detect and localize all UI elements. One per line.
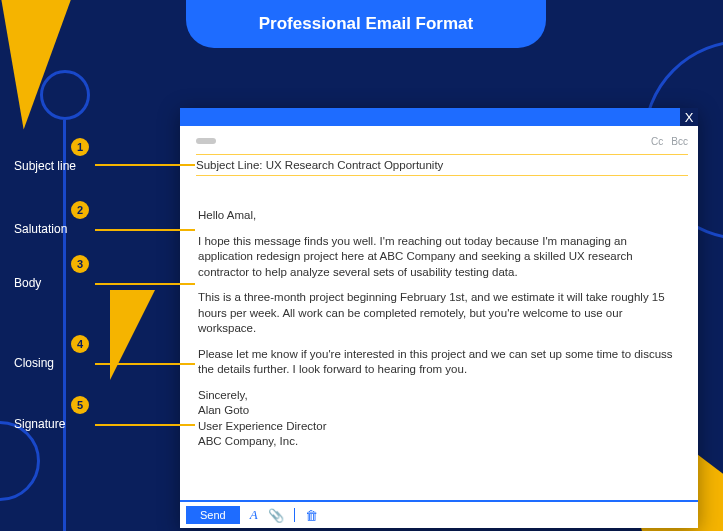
annotation-connector [95,229,195,231]
page-title: Professional Email Format [259,14,473,34]
cc-link[interactable]: Cc [651,136,663,147]
decoration-line [63,120,66,531]
email-titlebar: X [180,108,698,126]
annotation-number-badge: 1 [71,138,89,156]
annotation-item: 1Subject line [14,138,164,171]
annotation-connector [95,164,195,166]
signature-title: User Experience Director [198,419,680,435]
send-button[interactable]: Send [186,506,240,524]
decoration-ring [40,70,90,120]
to-field-chip[interactable] [196,138,216,144]
close-icon: X [685,110,694,125]
body-paragraph: This is a three-month project beginning … [198,290,680,337]
toolbar-separator [294,508,295,522]
close-button[interactable]: X [680,108,698,126]
body-paragraph: I hope this message finds you well. I'm … [198,234,680,281]
email-toolbar: Send A 📎 🗑 [180,500,698,528]
annotation-connector [95,424,195,426]
page-title-pill: Professional Email Format [186,0,546,48]
signature-company: ABC Company, Inc. [198,434,680,450]
annotation-connector [95,363,195,365]
annotation-number-badge: 3 [71,255,89,273]
annotation-number-badge: 5 [71,396,89,414]
annotation-connector [95,283,195,285]
salutation: Hello Amal, [198,208,680,224]
font-format-icon[interactable]: A [250,507,258,523]
decoration-ring [0,421,40,501]
bcc-link[interactable]: Bcc [671,136,688,147]
email-header: Cc Bcc Subject Line: UX Research Contrac… [180,126,698,176]
signature-name: Alan Goto [198,403,680,419]
annotation-label: Subject line [14,159,114,173]
trash-icon[interactable]: 🗑 [305,508,318,523]
attachment-icon[interactable]: 📎 [268,508,284,523]
annotation-number-badge: 4 [71,335,89,353]
subject-line[interactable]: Subject Line: UX Research Contract Oppor… [196,154,688,176]
email-window: X Cc Bcc Subject Line: UX Research Contr… [180,108,698,528]
annotation-number-badge: 2 [71,201,89,219]
closing: Sincerely, [198,388,680,404]
body-paragraph: Please let me know if you're interested … [198,347,680,378]
email-body[interactable]: Hello Amal, I hope this message finds yo… [180,176,698,500]
signature-block: Sincerely, Alan Goto User Experience Dir… [198,388,680,450]
